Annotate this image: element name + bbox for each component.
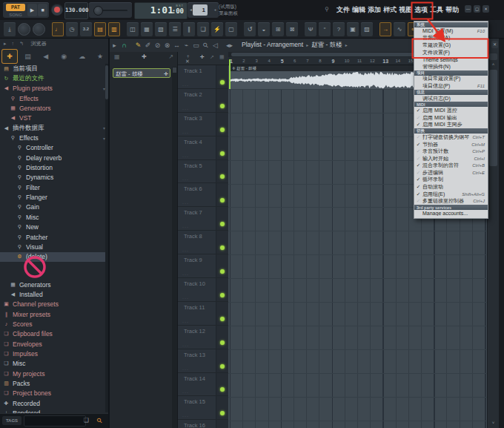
menu-row[interactable]: MIDI 设置(M) F10 [414, 27, 488, 35]
track-enable-led[interactable] [220, 340, 225, 345]
browser-item[interactable] [0, 262, 108, 280]
menu-options[interactable]: 选项 [414, 5, 428, 15]
record-button[interactable] [51, 4, 63, 16]
menu-row[interactable]: ✓ 步进编辑 Ctrl+E [414, 169, 488, 177]
menu-row[interactable]: ✓ 多重链接至控制器 Ctrl+J [414, 197, 488, 205]
browser-item[interactable]: ↻ 最近的文件 [0, 73, 108, 83]
browser-item[interactable]: ▣ Channel presets [0, 300, 108, 309]
browser-item[interactable]: ❏ Misc [0, 359, 108, 369]
browser-item[interactable]: ❏ Envelopes [0, 339, 108, 349]
browser-item[interactable]: ⚲ Flanger [0, 192, 108, 202]
track-enable-led[interactable] [220, 269, 225, 274]
pattern-clips-tab[interactable]: ▦ [114, 53, 120, 60]
menu-row[interactable]: ✓ 自动滚动 [414, 183, 488, 191]
menu-edit[interactable]: 编辑 [352, 5, 365, 15]
browser-item[interactable]: ✚ Recorded [0, 398, 108, 408]
pattern-next-button[interactable]: + [213, 4, 218, 16]
track-enable-led[interactable] [220, 128, 225, 132]
menu-add[interactable]: 添加 [368, 5, 381, 15]
menu-row[interactable]: 项目信息(P) F11 [414, 82, 488, 90]
browser-item[interactable]: ∥ Mixer presets [0, 309, 108, 319]
browser-item[interactable]: ⚲ Delay reverb [0, 153, 108, 162]
playlist-tool[interactable]: ⊗ [162, 42, 172, 49]
browser-item[interactable]: ⚲ Effects ▾ [0, 133, 108, 142]
vertical-scrollbar[interactable]: ˄ ˅ [487, 52, 499, 428]
toolbar-button[interactable]: ▧ [155, 22, 167, 36]
toolbar-button[interactable]: ◒ [258, 22, 270, 36]
close-tracks-button[interactable]: ✕ [185, 59, 190, 65]
toolbar-button[interactable]: ▤ [94, 22, 106, 36]
toolbar-button[interactable]: ▨ [361, 22, 373, 36]
back-icon[interactable]: ↰ [19, 41, 24, 46]
toolbar-button[interactable]: ⚡ [211, 22, 223, 36]
search-icon[interactable]: ⚲ [96, 416, 105, 425]
browser-item[interactable]: ◀ Plugin presets ▾ [0, 84, 108, 93]
toolbar-button[interactable]: ❏ [197, 22, 209, 36]
song-mode-toggle[interactable]: SONG [6, 12, 25, 18]
playlist-tool[interactable]: ⊘ [153, 42, 162, 49]
up-icon[interactable]: ↑ [11, 41, 14, 46]
track-header[interactable]: Track 10 ··· [178, 278, 228, 302]
menu-row[interactable]: ✓ 启用 MIDI 遥控 [414, 107, 488, 114]
toolbar-button[interactable]: ▢ [225, 22, 237, 36]
scroll-up-arrow[interactable]: ˄ [489, 62, 497, 68]
track-header[interactable]: Track 4 ··· [178, 136, 228, 160]
browser-item[interactable]: ▦ Generators [0, 280, 108, 289]
menu-row[interactable]: ✓ 启用组(E) Shift+Alt+G [414, 191, 488, 198]
tempo-display[interactable]: 130.000 [64, 2, 88, 19]
playlist-tool[interactable]: ▸ [110, 42, 119, 49]
window-button[interactable]: ▢ [474, 5, 480, 13]
automation-track-icon[interactable]: ↗ [210, 54, 214, 60]
stop-button[interactable]: ■ [38, 4, 47, 16]
toolbar-button[interactable] [18, 23, 30, 36]
browser-tab[interactable]: ◉ [56, 49, 72, 64]
menu-row[interactable]: ✓ 节拍器 Ctrl+M [414, 141, 488, 148]
toolbar-button[interactable]: ▥ [108, 22, 120, 36]
scroll-top-button[interactable] [489, 53, 497, 60]
browser-item[interactable]: ❏ Project bones [0, 389, 108, 398]
play-button[interactable]: ▶ [27, 4, 37, 16]
menu-row[interactable]: 音频设置(A) [414, 35, 488, 42]
toolbar-button[interactable]: ∿ [394, 22, 405, 36]
audio-clip-item[interactable]: 赵雷 - 鼓楼✛ [113, 68, 170, 78]
menu-row[interactable]: ✓ 启用 MIDI 输出 [414, 114, 488, 122]
track-enable-led[interactable] [220, 317, 225, 321]
browser-item[interactable]: ♪ Scores [0, 319, 108, 329]
browser-item[interactable]: ⚲ Visual [0, 242, 108, 251]
menu-row[interactable]: 管理插件(N) [414, 63, 488, 70]
menu-row[interactable]: 调试日志(D) [414, 95, 488, 102]
browser-item[interactable]: ⚲ Effects [0, 93, 108, 103]
track-enable-led[interactable] [220, 364, 225, 369]
browser-item[interactable]: ◀ 插件数据库 ▾ [0, 123, 108, 133]
menu-row[interactable]: ✓ 启用 MIDI 主同步 [414, 122, 488, 129]
browser-item[interactable]: ⚲ Misc [0, 212, 108, 222]
menu-row[interactable]: ✓ 循环录制 [414, 177, 488, 184]
track-header[interactable]: Track 14 ··· [178, 373, 228, 397]
browser-item[interactable]: ⚲ Controller [0, 143, 108, 153]
automation-clips-tab[interactable]: ↗ [168, 53, 173, 60]
browser-item[interactable]: ▤ 当前项目 [0, 64, 108, 73]
toolbar-button[interactable]: Ψ [305, 22, 316, 36]
menu-row[interactable]: ✓ 混合录制的音符 Ctrl+B [414, 162, 488, 170]
window-button[interactable]: ✕ [483, 5, 489, 13]
browser-tab[interactable]: ☁ [74, 49, 90, 64]
track-header[interactable]: Track 5 ··· [178, 160, 228, 184]
track-header[interactable]: Track 8 ··· [178, 231, 228, 254]
track-enable-led[interactable] [220, 293, 225, 297]
toolbar-button[interactable]: ? [333, 22, 345, 36]
browser-item[interactable]: ▥ Packs [0, 378, 108, 388]
menu-row[interactable]: 常规设置(G) [414, 42, 488, 49]
playlist-tool[interactable]: ◂▸ [225, 42, 234, 49]
browser-scrollbar[interactable] [105, 64, 108, 412]
toolbar-button[interactable]: ▦ [141, 22, 153, 36]
track-header[interactable]: Track 12 ··· [178, 326, 228, 349]
browser-item[interactable]: ⚲ Patcher [0, 232, 108, 242]
audio-clips-tab[interactable]: ✛ [142, 53, 147, 60]
browser-item[interactable]: ❏ Clipboard files [0, 329, 108, 339]
toolbar-button[interactable]: → [379, 22, 391, 36]
pattern-number[interactable]: 1 [193, 4, 208, 16]
expand-icon[interactable]: ▸ [4, 41, 7, 46]
browser-item[interactable]: ❏ My projects [0, 369, 108, 378]
menu-row[interactable]: ✓ 打字键盘切换为钢琴 Ctrl+T [414, 134, 488, 141]
toolbar-button[interactable] [33, 23, 45, 36]
